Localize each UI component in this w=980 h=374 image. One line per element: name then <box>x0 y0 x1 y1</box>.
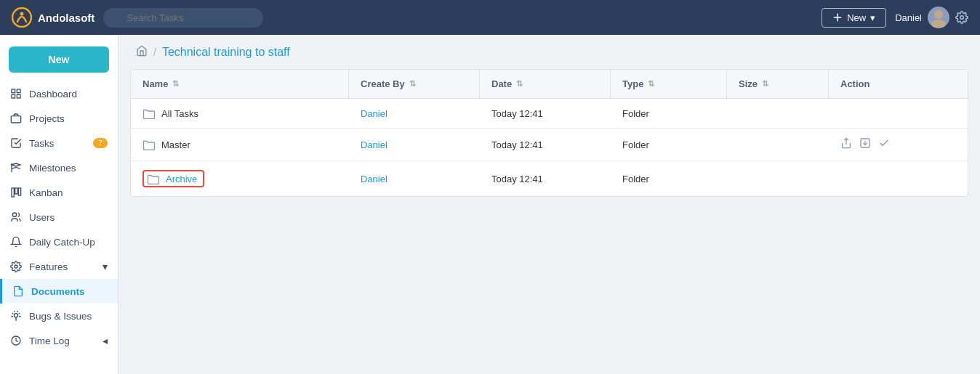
sort-name-icon[interactable]: ⇅ <box>172 79 179 89</box>
svg-point-18 <box>15 265 17 268</box>
topnav: Andolasoft New ▾ Daniel <box>0 0 980 35</box>
home-icon <box>136 45 148 57</box>
tasks-badge: 7 <box>93 138 108 148</box>
sort-size-icon[interactable]: ⇅ <box>762 79 768 89</box>
action-icons <box>840 137 890 152</box>
table-row: All Tasks Daniel Today 12:41 Folder <box>131 99 968 129</box>
sidebar-label-features: Features <box>29 261 68 272</box>
sidebar-label-catchup: Daily Catch-Up <box>29 237 95 248</box>
svg-point-1 <box>20 12 24 16</box>
breadcrumb-current: Technical training to staff <box>162 46 290 59</box>
documents-icon <box>12 285 24 297</box>
sidebar-label-tasks: Tasks <box>29 138 55 149</box>
sidebar-label-projects: Projects <box>29 113 65 124</box>
sidebar-item-features[interactable]: Features ▾ <box>0 254 118 279</box>
sidebar-label-kanban: Kanban <box>29 187 63 198</box>
sidebar-item-daily-catchup[interactable]: Daily Catch-Up <box>0 229 118 254</box>
row3-name-text: Archive <box>166 174 197 184</box>
avatar-image <box>928 7 949 28</box>
col-header-action: Action <box>829 70 945 98</box>
search-input[interactable] <box>103 8 263 28</box>
sort-date-icon[interactable]: ⇅ <box>516 79 523 89</box>
col-header-created-by: Create By ⇅ <box>349 70 480 98</box>
gear-icon[interactable] <box>955 11 968 24</box>
user-name: Daniel <box>895 12 922 23</box>
sidebar: New Dashboard Projects Tasks 7 <box>0 35 119 374</box>
features-icon <box>10 261 22 272</box>
user-menu[interactable]: Daniel <box>895 7 968 28</box>
bugs-icon <box>10 310 22 322</box>
folder-icon <box>142 139 156 150</box>
sidebar-item-projects[interactable]: Projects <box>0 106 118 131</box>
sidebar-item-milestones[interactable]: Milestones <box>0 155 118 180</box>
check-icon[interactable] <box>878 137 890 152</box>
svg-point-17 <box>12 213 16 216</box>
download-icon[interactable] <box>859 137 871 152</box>
timelog-icon <box>10 335 22 346</box>
plus-icon <box>832 12 843 23</box>
documents-table: Name ⇅ Create By ⇅ Date ⇅ Type ⇅ Size <box>130 69 968 197</box>
search-wrapper <box>103 8 263 28</box>
sort-type-icon[interactable]: ⇅ <box>648 79 654 89</box>
row3-size <box>727 170 829 187</box>
projects-icon <box>10 113 22 124</box>
sidebar-item-tasks[interactable]: Tasks 7 <box>0 131 118 155</box>
row3-action <box>829 170 945 187</box>
row2-name-text[interactable]: Master <box>161 139 190 150</box>
catchup-icon <box>10 236 22 248</box>
breadcrumb-home[interactable] <box>136 45 148 59</box>
sidebar-item-dashboard[interactable]: Dashboard <box>0 81 118 106</box>
table-header: Name ⇅ Create By ⇅ Date ⇅ Type ⇅ Size <box>131 70 968 99</box>
app-logo: Andolasoft <box>12 7 95 28</box>
row3-created-by[interactable]: Daniel <box>349 165 480 193</box>
archive-highlight-box[interactable]: Archive <box>142 170 204 187</box>
row1-created-by[interactable]: Daniel <box>349 99 480 128</box>
sort-created-icon[interactable]: ⇅ <box>409 79 416 89</box>
row1-name: All Tasks <box>131 99 349 128</box>
col-header-size: Size ⇅ <box>727 70 829 98</box>
svg-point-8 <box>960 16 964 20</box>
sidebar-item-users[interactable]: Users <box>0 205 118 229</box>
svg-rect-11 <box>12 94 15 98</box>
svg-rect-15 <box>15 188 17 194</box>
chevron-down-icon: ▾ <box>103 261 108 272</box>
row2-name: Master <box>131 130 349 159</box>
row2-type: Folder <box>611 131 727 159</box>
svg-point-6 <box>934 10 943 19</box>
sidebar-item-bugs[interactable]: Bugs & Issues <box>0 304 118 328</box>
kanban-icon <box>10 187 22 198</box>
row3-name: Archive <box>131 161 349 196</box>
sidebar-item-timelog[interactable]: Time Log ◂ <box>0 328 118 353</box>
table-row: Master Daniel Today 12:41 Folder <box>131 129 968 161</box>
svg-rect-13 <box>11 116 20 123</box>
svg-rect-16 <box>18 188 20 195</box>
row1-date: Today 12:41 <box>480 99 611 128</box>
sidebar-label-timelog: Time Log <box>29 336 70 346</box>
row3-date: Today 12:41 <box>480 165 611 193</box>
col-header-type: Type ⇅ <box>611 70 727 98</box>
milestones-icon <box>10 162 22 174</box>
row2-date: Today 12:41 <box>480 131 611 159</box>
col-header-name: Name ⇅ <box>131 70 349 98</box>
topnav-new-button[interactable]: New ▾ <box>822 8 886 28</box>
share-icon[interactable] <box>840 137 852 152</box>
svg-rect-14 <box>12 188 14 197</box>
timelog-chevron-icon: ◂ <box>103 335 108 346</box>
tasks-icon <box>10 137 22 149</box>
sidebar-item-kanban[interactable]: Kanban <box>0 180 118 205</box>
row1-size <box>727 105 829 122</box>
col-header-date: Date ⇅ <box>480 70 611 98</box>
logo-icon <box>12 7 32 28</box>
avatar <box>928 7 949 28</box>
row2-action <box>829 129 945 160</box>
svg-rect-10 <box>17 89 20 93</box>
row1-type: Folder <box>611 99 727 128</box>
table-row: Archive Daniel Today 12:41 Folder <box>131 161 968 196</box>
sidebar-item-documents[interactable]: Documents <box>0 279 118 304</box>
row1-name-text[interactable]: All Tasks <box>161 108 198 119</box>
sidebar-label-bugs: Bugs & Issues <box>29 311 92 322</box>
sidebar-new-button[interactable]: New <box>9 46 109 73</box>
row2-created-by[interactable]: Daniel <box>349 131 480 159</box>
row2-size <box>727 136 829 153</box>
sidebar-label-dashboard: Dashboard <box>29 89 77 99</box>
